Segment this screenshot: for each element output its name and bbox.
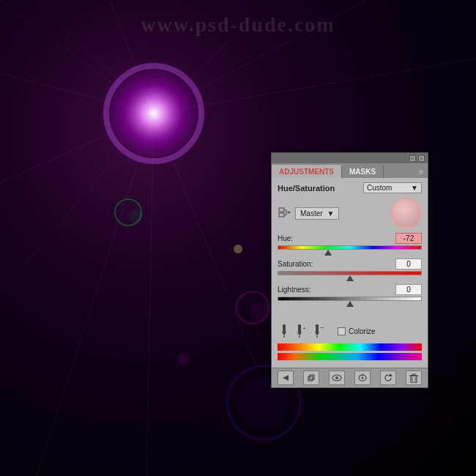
eyedropper-tool[interactable] bbox=[278, 324, 291, 338]
colorize-label: Colorize bbox=[349, 327, 376, 335]
saturation-label: Saturation: bbox=[278, 260, 313, 268]
tab-adjustments[interactable]: ADJUSTMENTS bbox=[272, 165, 342, 178]
lightness-label: Lightness: bbox=[278, 286, 311, 294]
svg-marker-40 bbox=[283, 375, 289, 381]
adjustments-panel: « × ADJUSTMENTS MASKS ≡ Hue/Saturation C… bbox=[271, 152, 428, 388]
hue-label: Hue: bbox=[278, 234, 293, 242]
panel-body: Hue/Saturation Custom ▼ Master bbox=[272, 178, 428, 368]
hue-preview-circle bbox=[391, 198, 422, 228]
saturation-label-row: Saturation: bbox=[278, 259, 422, 269]
hue-slider-track[interactable] bbox=[278, 245, 422, 256]
svg-rect-49 bbox=[411, 376, 417, 382]
panel-menu-icon[interactable]: ≡ bbox=[414, 166, 428, 178]
preset-dropdown[interactable]: Custom ▼ bbox=[363, 182, 422, 193]
svg-rect-42 bbox=[310, 375, 314, 379]
panel-tabs: ADJUSTMENTS MASKS ≡ bbox=[272, 163, 428, 178]
svg-marker-48 bbox=[388, 373, 393, 376]
lightness-thumb[interactable] bbox=[346, 301, 354, 308]
svg-text:+: + bbox=[302, 325, 306, 332]
preset-value: Custom bbox=[367, 184, 392, 192]
svg-rect-51 bbox=[412, 374, 415, 376]
channel-value: Master bbox=[300, 209, 323, 217]
visibility-button[interactable] bbox=[354, 371, 371, 385]
eye-button[interactable] bbox=[329, 371, 345, 385]
back-button[interactable] bbox=[278, 371, 294, 385]
channel-chevron: ▼ bbox=[327, 209, 335, 217]
svg-rect-32 bbox=[298, 324, 301, 332]
colorize-row: Colorize bbox=[338, 327, 376, 335]
svg-marker-30 bbox=[282, 332, 286, 336]
svg-point-44 bbox=[335, 376, 338, 379]
delete-button[interactable] bbox=[406, 371, 422, 385]
saturation-slider-track[interactable] bbox=[278, 271, 422, 281]
collapse-button[interactable]: « bbox=[409, 155, 416, 162]
tools-row: + − Colorize bbox=[278, 324, 422, 338]
lightness-slider-track[interactable] bbox=[278, 297, 422, 307]
svg-rect-36 bbox=[316, 324, 319, 332]
new-layer-button[interactable] bbox=[303, 371, 319, 385]
hue-label-row: Hue: bbox=[278, 233, 422, 244]
svg-rect-29 bbox=[283, 324, 286, 332]
hue-thumb[interactable] bbox=[324, 250, 332, 257]
saturation-thumb[interactable] bbox=[346, 275, 354, 283]
color-bar-top bbox=[278, 343, 422, 351]
color-bar-bottom bbox=[278, 353, 422, 360]
preset-chevron: ▼ bbox=[411, 184, 418, 192]
hs-header-row: Hue/Saturation Custom ▼ bbox=[278, 182, 422, 193]
svg-marker-28 bbox=[289, 211, 291, 214]
svg-marker-37 bbox=[315, 332, 319, 336]
svg-point-46 bbox=[361, 377, 363, 379]
hs-title: Hue/Saturation bbox=[278, 184, 335, 193]
eyedropper-plus-tool[interactable]: + bbox=[295, 324, 308, 338]
hue-slider-bg bbox=[278, 245, 422, 250]
colorize-checkbox[interactable] bbox=[338, 327, 346, 335]
svg-rect-23 bbox=[279, 213, 284, 217]
svg-rect-22 bbox=[279, 208, 284, 212]
eyedropper-minus-tool[interactable]: − bbox=[313, 324, 326, 338]
close-button[interactable]: × bbox=[418, 155, 425, 162]
color-bars bbox=[278, 343, 422, 360]
saturation-value-input[interactable] bbox=[395, 259, 422, 269]
channel-icon bbox=[278, 207, 292, 220]
reset-button[interactable] bbox=[380, 371, 396, 385]
saturation-section: Saturation: bbox=[278, 259, 422, 281]
lightness-section: Lightness: bbox=[278, 284, 422, 307]
lightness-label-row: Lightness: bbox=[278, 284, 422, 295]
hue-value-input[interactable] bbox=[395, 233, 422, 244]
panel-titlebar: « × bbox=[272, 153, 428, 163]
channel-dropdown[interactable]: Master ▼ bbox=[295, 207, 339, 220]
svg-marker-33 bbox=[297, 332, 302, 336]
svg-rect-41 bbox=[308, 376, 313, 381]
tab-masks[interactable]: MASKS bbox=[342, 166, 384, 178]
hue-section: Hue: bbox=[278, 233, 422, 256]
lightness-value-input[interactable] bbox=[395, 284, 422, 295]
svg-text:−: − bbox=[320, 324, 324, 332]
panel-toolbar bbox=[272, 368, 428, 387]
